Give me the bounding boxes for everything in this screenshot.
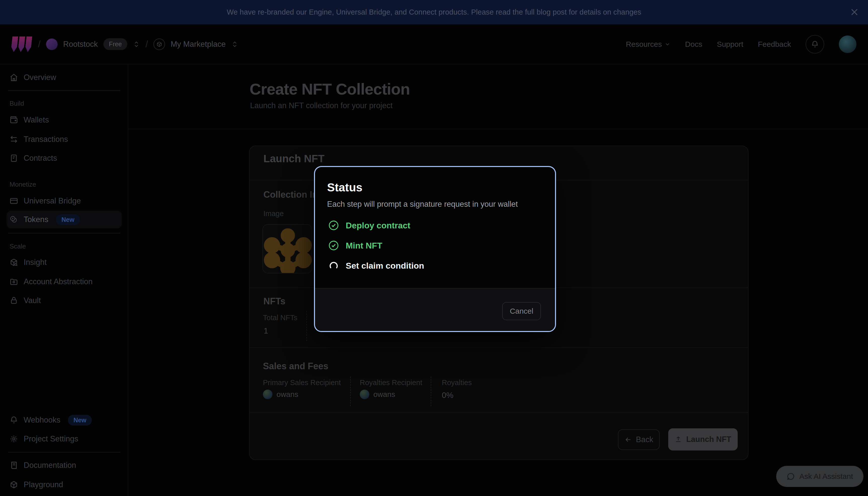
nav-support[interactable]: Support [717,40,743,48]
modal-step-mint-nft: Mint NFT [328,239,382,251]
lock-icon [10,296,18,305]
royalties-recipient: owans [360,390,395,399]
royalties-label: Royalties [442,378,472,387]
divider [250,412,748,413]
total-nfts-value: 1 [264,326,268,336]
rebrand-banner: We have re-branded our Engine, Universal… [0,0,868,25]
gear-icon [10,435,18,443]
page-title: Create NFT Collection [250,80,410,98]
avatar [360,390,369,399]
nav-docs[interactable]: Docs [685,40,702,48]
new-badge: New [68,415,92,425]
check-circle-icon [328,240,339,251]
sidebar-item-documentation[interactable]: Documentation [6,456,122,474]
chevrons-up-down-icon[interactable] [231,39,238,49]
folder-icon [10,277,18,286]
divider [128,129,868,129]
section-label-build: Build [10,99,24,107]
sales-fees-heading: Sales and Fees [263,361,328,372]
check-circle-icon [328,220,339,231]
top-header: / Rootstock Free / My Marketplace Resour… [0,25,868,64]
close-icon[interactable] [848,6,861,18]
sidebar-item-wallets[interactable]: Wallets [6,111,122,129]
dashed-divider [431,376,431,406]
sidebar-item-vault[interactable]: Vault [6,292,122,309]
primary-sales-label: Primary Sales Recipient [263,378,341,387]
bell-icon [10,416,18,424]
sidebar-item-webhooks[interactable]: Webhooks New [6,411,122,429]
spinner-icon [328,260,339,271]
sidebar-item-transactions[interactable]: Transactions [6,130,122,148]
modal-subtitle: Each step will prompt a signature reques… [327,200,518,209]
home-icon [10,73,18,82]
sidebar-nav: Overview Build Wallets Transactions Cont… [0,64,128,496]
cube-icon [10,480,18,489]
divider [8,90,120,91]
nfts-heading: NFTs [263,296,285,307]
team-name[interactable]: My Marketplace [171,40,226,49]
divider [8,452,120,452]
plan-badge: Free [104,38,127,50]
primary-sales-recipient: owans [263,390,298,399]
sidebar-item-insight[interactable]: Insight [6,253,122,271]
box-search-icon [10,258,18,267]
sidebar-item-playground[interactable]: Playground [6,476,122,494]
sidebar-item-overview[interactable]: Overview [6,69,122,86]
sidebar-item-contracts[interactable]: Contracts [6,150,122,167]
bell-icon [811,40,819,48]
chat-bubble-icon [787,472,795,480]
modal-step-deploy-contract: Deploy contract [328,219,410,231]
royalties-recipient-label: Royalties Recipient [360,378,422,387]
breadcrumb-divider: / [145,39,148,49]
marketplace-cube-icon [154,38,165,50]
project-avatar[interactable] [46,38,58,50]
book-icon [10,461,18,469]
nav-feedback[interactable]: Feedback [758,40,791,48]
dashed-divider [307,311,307,341]
chevrons-up-down-icon[interactable] [133,39,140,49]
document-icon [10,154,18,162]
ask-ai-assistant-button[interactable]: Ask AI Assistant [776,466,864,487]
section-label-monetize: Monetize [10,181,36,188]
arrows-swap-icon [10,135,18,144]
chevron-down-icon [665,41,670,47]
wallet-icon [10,116,18,124]
sidebar-item-project-settings[interactable]: Project Settings [6,430,122,448]
collection-image-thumbnail [262,224,312,274]
back-button[interactable]: Back [618,429,660,450]
launch-nft-button[interactable]: Launch NFT [668,428,738,450]
project-name[interactable]: Rootstock [63,40,98,49]
modal-title: Status [327,181,362,194]
coins-icon [10,215,18,224]
dashed-divider [350,376,351,406]
breadcrumb-divider: / [38,39,41,49]
section-label-scale: Scale [10,243,26,250]
status-modal: Status Each step will prompt a signature… [314,166,556,332]
modal-step-set-claim-condition: Set claim condition [328,260,424,272]
new-badge: New [56,214,80,225]
notifications-button[interactable] [806,35,824,53]
sidebar-item-universal-bridge[interactable]: Universal Bridge [6,192,122,210]
royalties-value: 0% [442,391,453,400]
card-title: Launch NFT [263,153,325,165]
modal-footer: Cancel [315,288,555,331]
sidebar-item-account-abstraction[interactable]: Account Abstraction [6,273,122,291]
image-label: Image [263,210,284,218]
total-nfts-label: Total NFTs [263,314,297,322]
nav-resources[interactable]: Resources [626,40,670,48]
upload-icon [675,436,682,443]
account-avatar[interactable] [839,35,856,53]
arrow-left-icon [624,436,632,444]
banner-text: We have re-branded our Engine, Universal… [227,8,641,16]
avatar [263,390,273,399]
divider [250,347,748,348]
cancel-button[interactable]: Cancel [502,302,541,320]
page-subtitle: Launch an NFT collection for your projec… [250,101,392,110]
card-icon [10,197,18,205]
thirdweb-logo[interactable] [12,36,31,52]
sidebar-item-tokens[interactable]: Tokens New [6,211,122,228]
divider [8,233,120,233]
